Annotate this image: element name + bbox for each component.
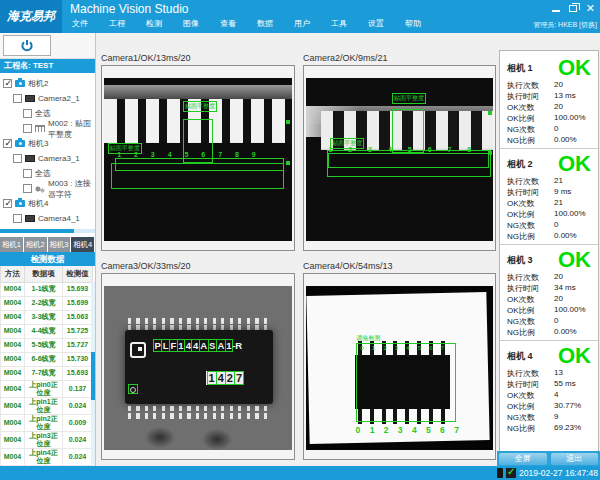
stat-row: 执行时间55 ms	[507, 379, 591, 390]
stat-row: OK次数20	[507, 294, 591, 305]
tree-item[interactable]: Camera3_1	[0, 151, 95, 166]
menu-item-3[interactable]: 图像	[183, 18, 220, 29]
tab-相机4[interactable]: 相机4	[71, 237, 94, 252]
stat-label: NG次数	[507, 316, 554, 327]
stats-block-header: 相机 3OK	[507, 248, 591, 272]
table-cell: M004	[1, 448, 25, 465]
table-row[interactable]: M0045-5线宽15.727	[1, 338, 93, 352]
camera2-view[interactable]: 贴面平整度 贴面平整度 1 2 3 4 5 6 7 8	[303, 65, 496, 251]
tree-item-label: 相机3	[28, 138, 48, 149]
table-row[interactable]: M0046-6线宽15.730	[1, 352, 93, 366]
camera4-image: 调焦检测 0 1 2 3 4 5 6 7 0 1 2 3 4 5 6 7	[306, 286, 493, 450]
table-cell: 3-3线宽	[25, 310, 63, 324]
stat-label: NG比例	[507, 423, 554, 434]
close-icon[interactable]: ✕	[586, 2, 595, 14]
camera1-caption: Camera1/OK/13ms/20	[101, 53, 295, 65]
tab-相机3[interactable]: 相机3	[48, 237, 71, 252]
table-cell: 上pin1正位度	[25, 397, 63, 414]
table-row[interactable]: M004上pin3正位度0.024	[1, 431, 93, 448]
table-vertical-scrollbar[interactable]	[91, 282, 95, 466]
table-cell: 15.727	[63, 338, 93, 352]
table-cell: 上pin3正位度	[25, 431, 63, 448]
table-cell: 7-7线宽	[25, 366, 63, 380]
checkbox[interactable]	[23, 124, 32, 133]
table-row[interactable]: M0042-2线宽15.699	[1, 296, 93, 310]
tree-horizontal-scrollbar[interactable]	[0, 229, 95, 233]
tree-item[interactable]: M002 : 贴面平整度	[0, 121, 95, 136]
camera3-view[interactable]: PLF144ASA1-R 1427	[101, 273, 295, 460]
stat-row: NG比例0.00%	[507, 135, 591, 146]
power-button[interactable]	[3, 35, 51, 56]
table-cell: 0.024	[63, 448, 93, 465]
camera4-view[interactable]: 调焦检测 0 1 2 3 4 5 6 7 0 1 2 3 4 5 6 7	[303, 273, 496, 460]
overlay-bottom-pin-numbers: 0 1 2 3 4 5 6 7	[356, 425, 451, 435]
table-cell: M004	[1, 310, 25, 324]
stat-value: 0	[554, 220, 558, 231]
minimize-icon[interactable]	[552, 10, 560, 12]
menu-item-6[interactable]: 用户	[294, 18, 331, 29]
menu-item-8[interactable]: 设置	[368, 18, 405, 29]
checkbox[interactable]	[13, 94, 22, 103]
menu-item-5[interactable]: 数据	[257, 18, 294, 29]
fullscreen-button[interactable]: 全屏	[499, 453, 547, 465]
restore-icon[interactable]	[569, 5, 577, 12]
camera1-cell: Camera1/OK/13ms/20 贴面平整度 贴面平整度 1 2 3 4 5…	[101, 53, 295, 251]
checkbox[interactable]	[3, 139, 12, 148]
stat-row: OK次数4	[507, 390, 591, 401]
stat-label: 执行时间	[507, 187, 554, 198]
checkbox[interactable]	[13, 154, 22, 163]
checkbox[interactable]	[23, 184, 32, 193]
power-icon	[20, 39, 34, 53]
stat-label: NG比例	[507, 327, 554, 338]
table-row[interactable]: M004上pin4正位度0.024	[1, 448, 93, 465]
tab-相机1[interactable]: 相机1	[0, 237, 23, 252]
checkbox[interactable]	[3, 79, 12, 88]
menu-item-7[interactable]: 工具	[331, 18, 368, 29]
table-row[interactable]: M004上pin1正位度0.024	[1, 397, 93, 414]
stat-row: 执行次数20	[507, 80, 591, 91]
stat-value: 9	[554, 412, 558, 423]
table-row[interactable]: M0043-3线宽15.063	[1, 310, 93, 324]
table-cell: M004	[1, 380, 25, 397]
stats-camera-title: 相机 1	[507, 62, 533, 75]
stat-row: NG比例0.00%	[507, 327, 591, 338]
stat-value: 55 ms	[554, 379, 576, 390]
exit-button[interactable]: 退出	[551, 453, 599, 465]
table-row[interactable]: M0044-4线宽15.725	[1, 324, 93, 338]
admin-user-label[interactable]: 管理员: HKEB [切换]	[533, 20, 597, 30]
tree-item[interactable]: Camera4_1	[0, 211, 95, 226]
menu-item-2[interactable]: 检测	[146, 18, 183, 29]
checkbox[interactable]	[23, 169, 32, 178]
checkbox[interactable]	[3, 199, 12, 208]
table-row[interactable]: M004上pin2正位度0.009	[1, 414, 93, 431]
menu-item-9[interactable]: 帮助	[405, 18, 442, 29]
stat-row: NG比例69.23%	[507, 423, 591, 434]
tree-item[interactable]: Camera2_1	[0, 91, 95, 106]
checkbox[interactable]	[23, 109, 32, 118]
title-bar: 海克易邦 Machine Vision Studio ✕ 文件工程检测图像查看数…	[0, 0, 600, 33]
scrollbar-thumb[interactable]	[91, 352, 95, 400]
stat-row: NG次数0	[507, 316, 591, 327]
tree-item[interactable]: M003 : 连接器字符	[0, 181, 95, 196]
table-cell: 1-1线宽	[25, 282, 63, 296]
scrollbar-thumb[interactable]	[0, 229, 74, 233]
menu-item-4[interactable]: 查看	[220, 18, 257, 29]
stat-row: 执行次数20	[507, 272, 591, 283]
tree-item[interactable]: 相机2	[0, 76, 95, 91]
tab-相机2[interactable]: 相机2	[24, 237, 47, 252]
chip-text-suffix: -R	[232, 340, 242, 351]
stat-value: 100.00%	[554, 113, 586, 124]
stat-row: OK比例100.00%	[507, 209, 591, 220]
stat-label: 执行次数	[507, 80, 554, 91]
table-cell: 上pin2正位度	[25, 414, 63, 431]
checkbox[interactable]	[13, 214, 22, 223]
menu-item-1[interactable]: 工程	[109, 18, 146, 29]
camera1-view[interactable]: 贴面平整度 贴面平整度 1 2 3 4 5 6 7 8 9	[101, 65, 295, 251]
menu-item-0[interactable]: 文件	[72, 18, 109, 29]
stat-value: 30.77%	[554, 401, 581, 412]
table-row[interactable]: M004上pin0正位度0.137	[1, 380, 93, 397]
table-row[interactable]: M0047-7线宽15.693	[1, 366, 93, 380]
machine-vision-studio-window: 海克易邦 Machine Vision Studio ✕ 文件工程检测图像查看数…	[0, 0, 600, 480]
table-row[interactable]: M0041-1线宽15.693	[1, 282, 93, 296]
table-cell: 0.024	[63, 397, 93, 414]
